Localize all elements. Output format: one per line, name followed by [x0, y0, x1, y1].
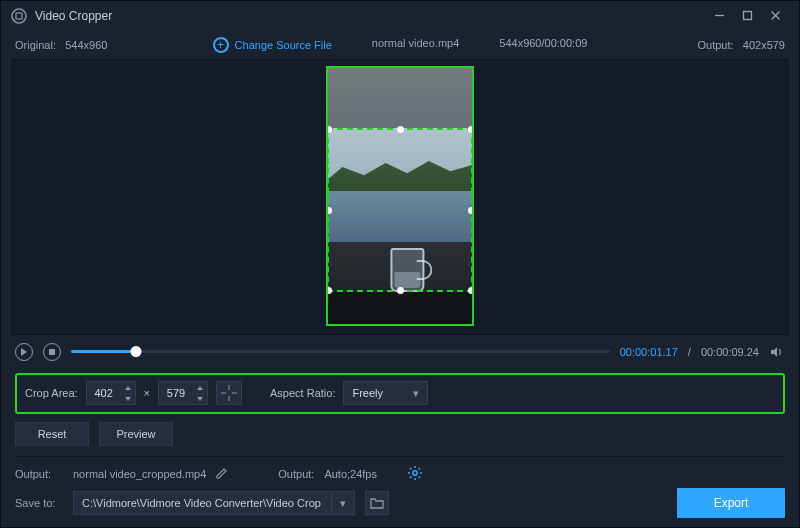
chevron-down-icon: ▾: [413, 387, 419, 400]
output-file-label: Output:: [15, 468, 63, 480]
output-settings-label: Output:: [278, 468, 314, 480]
gear-icon[interactable]: [407, 465, 423, 483]
chevron-down-icon[interactable]: ▾: [331, 492, 346, 514]
crop-controls: Crop Area: × Aspect Ratio: Freely ▾: [15, 373, 785, 415]
change-source-label: Change Source File: [235, 39, 332, 51]
aspect-ratio-select[interactable]: Freely ▾: [343, 381, 428, 405]
output-dim-label: Output:: [698, 39, 734, 51]
video-frame[interactable]: [326, 66, 474, 326]
save-path: C:\Vidmore\Vidmore Video Converter\Video…: [82, 497, 321, 509]
svg-rect-1: [16, 13, 22, 19]
crop-handle-tr[interactable]: [468, 126, 474, 133]
source-info: 544x960/00:00:09: [499, 37, 587, 53]
crop-handle-bl[interactable]: [326, 287, 332, 294]
center-crop-button[interactable]: [216, 381, 242, 405]
width-up[interactable]: [121, 382, 135, 393]
timeline-thumb[interactable]: [130, 346, 141, 357]
svg-rect-3: [743, 12, 751, 20]
volume-button[interactable]: [769, 344, 785, 360]
crop-area-label: Crop Area:: [25, 387, 78, 399]
svg-point-0: [12, 9, 26, 23]
edit-filename-icon[interactable]: [216, 467, 228, 481]
svg-marker-9: [125, 386, 131, 390]
svg-line-25: [410, 477, 411, 478]
save-path-select[interactable]: C:\Vidmore\Vidmore Video Converter\Video…: [73, 491, 355, 515]
preview-button[interactable]: Preview: [99, 422, 173, 446]
aspect-ratio-value: Freely: [352, 387, 383, 399]
crop-handle-tl[interactable]: [326, 126, 332, 133]
crop-handle-t[interactable]: [397, 126, 404, 133]
crop-rectangle[interactable]: [327, 128, 473, 292]
save-row: Save to: C:\Vidmore\Vidmore Video Conver…: [1, 487, 799, 527]
timeline-slider[interactable]: [71, 350, 610, 353]
playback-bar: 00:00:01.17/00:00:09.24: [1, 335, 799, 369]
height-down[interactable]: [193, 393, 207, 404]
multiply-sign: ×: [144, 387, 150, 399]
close-button[interactable]: [761, 2, 789, 30]
original-dimensions: 544x960: [65, 39, 107, 51]
crop-handle-b[interactable]: [397, 287, 404, 294]
divider: [15, 456, 785, 457]
svg-marker-11: [197, 386, 203, 390]
crop-height-input[interactable]: [158, 381, 208, 405]
svg-line-23: [419, 477, 420, 478]
crop-handle-br[interactable]: [468, 287, 474, 294]
export-button[interactable]: Export: [677, 488, 785, 518]
svg-line-24: [419, 468, 420, 469]
preview-area: [11, 59, 789, 335]
aspect-ratio-label: Aspect Ratio:: [270, 387, 335, 399]
titlebar: Video Cropper: [1, 1, 799, 31]
crop-height-field[interactable]: [159, 387, 193, 399]
output-filename: normal video_cropped.mp4: [73, 468, 206, 480]
open-folder-button[interactable]: [365, 491, 389, 515]
app-window: Video Cropper Original: 544x960 + Change…: [0, 0, 800, 528]
width-down[interactable]: [121, 393, 135, 404]
crop-width-input[interactable]: [86, 381, 136, 405]
svg-marker-12: [197, 397, 203, 401]
output-row: Output: normal video_cropped.mp4 Output:…: [1, 461, 799, 487]
play-button[interactable]: [15, 343, 33, 361]
output-dimensions: 402x579: [743, 39, 785, 51]
time-current: 00:00:01.17: [620, 346, 678, 358]
action-row: Reset Preview: [1, 422, 799, 452]
reset-button[interactable]: Reset: [15, 422, 89, 446]
minimize-button[interactable]: [705, 2, 733, 30]
svg-marker-8: [771, 347, 777, 357]
svg-marker-10: [125, 397, 131, 401]
original-label: Original:: [15, 39, 56, 51]
output-settings-value: Auto;24fps: [324, 468, 377, 480]
change-source-button[interactable]: + Change Source File: [213, 37, 332, 53]
crop-width-field[interactable]: [87, 387, 121, 399]
stop-button[interactable]: [43, 343, 61, 361]
svg-line-22: [410, 468, 411, 469]
source-filename: normal video.mp4: [372, 37, 459, 53]
save-to-label: Save to:: [15, 497, 63, 509]
crop-handle-r[interactable]: [468, 207, 474, 214]
height-up[interactable]: [193, 382, 207, 393]
crop-handle-l[interactable]: [326, 207, 332, 214]
maximize-button[interactable]: [733, 2, 761, 30]
plus-icon: +: [213, 37, 229, 53]
app-title: Video Cropper: [35, 9, 112, 23]
svg-marker-6: [21, 348, 27, 356]
svg-rect-7: [49, 349, 55, 355]
svg-point-17: [413, 471, 417, 475]
time-total: 00:00:09.24: [701, 346, 759, 358]
infobar: Original: 544x960 + Change Source File n…: [1, 31, 799, 59]
app-icon: [11, 8, 27, 24]
